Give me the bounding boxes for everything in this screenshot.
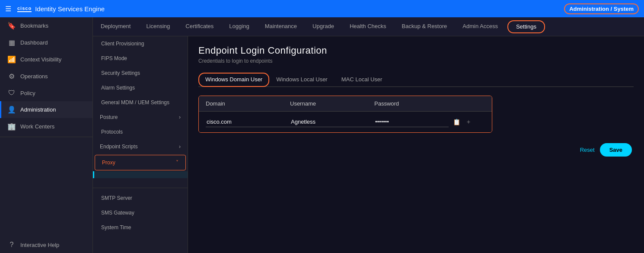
- sidebar-label-context-visibility: Context Visibility: [20, 56, 61, 63]
- center-nav-security-settings[interactable]: Security Settings: [93, 66, 188, 80]
- tab-windows-local-user[interactable]: Windows Local User: [269, 73, 335, 87]
- hamburger-icon[interactable]: ☰: [5, 5, 11, 13]
- center-nav-profiling[interactable]: Protocols: [93, 125, 188, 139]
- center-nav-fips-mode[interactable]: FIPS Mode: [93, 51, 188, 66]
- header-domain: Domain: [206, 100, 290, 107]
- tab-certificates[interactable]: Certificates: [178, 17, 221, 36]
- page-subtitle: Credentials to login to endpoints: [198, 58, 634, 64]
- user-type-tabs: Windows Domain User Windows Local User M…: [198, 73, 634, 87]
- protocols-chevron-icon: ›: [179, 144, 181, 150]
- credentials-table: Domain Username Password: [198, 96, 492, 133]
- sidebar-item-administration[interactable]: 👤 Administration: [0, 101, 92, 118]
- center-nav-posture[interactable]: Posture ›: [93, 110, 188, 125]
- center-nav-scripts-settings[interactable]: [93, 178, 188, 185]
- protocols-label: Endpoint Scripts: [100, 144, 137, 150]
- endpoint-scripts-label: Proxy: [102, 160, 115, 166]
- help-icon: ?: [7, 241, 16, 249]
- sidebar-item-dashboard[interactable]: ▦ Dashboard: [0, 34, 92, 51]
- main-content: Deployment Licensing Certificates Loggin…: [93, 17, 644, 253]
- header-username: Username: [290, 100, 374, 107]
- domain-cell: [206, 117, 290, 127]
- domain-input[interactable]: [206, 117, 290, 127]
- posture-chevron-icon: ›: [179, 114, 181, 120]
- endpoint-scripts-chevron-icon: ˅: [176, 160, 179, 166]
- tab-windows-domain-user[interactable]: Windows Domain User: [198, 73, 269, 87]
- reset-button[interactable]: Reset: [580, 147, 595, 153]
- posture-label: Posture: [100, 114, 118, 120]
- center-nav-system-time[interactable]: [93, 235, 188, 243]
- admin-section-label: Administration / System: [564, 3, 639, 14]
- tab-deployment[interactable]: Deployment: [93, 17, 138, 36]
- center-nav-general-mdm[interactable]: General MDM / UEM Settings: [93, 95, 188, 110]
- sidebar-label-dashboard: Dashboard: [20, 39, 48, 46]
- center-nav-login-configuration[interactable]: [93, 171, 188, 178]
- sidebar-label-bookmarks: Bookmarks: [20, 22, 48, 29]
- tab-logging[interactable]: Logging: [221, 17, 257, 36]
- sidebar-label-work-centers: Work Centers: [20, 123, 54, 130]
- center-nav-protocols[interactable]: Endpoint Scripts ›: [93, 139, 188, 154]
- add-row-icon[interactable]: ＋: [465, 117, 472, 127]
- password-input[interactable]: [374, 117, 449, 127]
- tab-upgrade[interactable]: Upgrade: [305, 17, 342, 36]
- password-row: 📋 ＋: [374, 117, 472, 127]
- tab-mac-local-user[interactable]: MAC Local User: [335, 73, 389, 87]
- password-copy-icon[interactable]: 📋: [452, 118, 461, 126]
- table-row: 📋 ＋: [199, 112, 492, 132]
- top-bar-left: ☰ cisco Identity Services Engine: [5, 5, 105, 13]
- center-nav-proxy[interactable]: SMTP Server: [93, 191, 188, 205]
- endpoint-scripts-submenu: [93, 171, 188, 185]
- context-visibility-icon: 📶: [7, 55, 16, 64]
- username-input[interactable]: [290, 117, 374, 127]
- cred-table-header: Domain Username Password: [199, 96, 492, 112]
- sidebar-item-bookmarks[interactable]: 🔖 Bookmarks: [0, 17, 92, 34]
- sidebar: 🔖 Bookmarks ▦ Dashboard 📶 Context Visibi…: [0, 17, 93, 253]
- sidebar-label-interactive-help: Interactive Help: [20, 242, 59, 248]
- center-nav-endpoint-scripts[interactable]: Proxy ˅: [95, 155, 186, 170]
- tab-bar: Deployment Licensing Certificates Loggin…: [93, 17, 644, 36]
- cisco-logo: cisco: [17, 6, 32, 12]
- center-divider: [93, 188, 188, 188]
- content-area: Endpoint Login Configuration Credentials…: [188, 36, 644, 253]
- sidebar-item-context-visibility[interactable]: 📶 Context Visibility: [0, 51, 92, 68]
- work-centers-icon: 🏢: [7, 122, 16, 131]
- tab-licensing[interactable]: Licensing: [138, 17, 178, 36]
- tab-health-checks[interactable]: Health Checks: [342, 17, 394, 36]
- app-title: Identity Services Engine: [35, 5, 105, 13]
- policy-icon: 🛡: [7, 89, 16, 97]
- tab-backup-restore[interactable]: Backup & Restore: [394, 17, 455, 36]
- sidebar-label-policy: Policy: [20, 90, 35, 96]
- header-password: Password: [374, 100, 485, 107]
- tab-settings[interactable]: Settings: [507, 20, 545, 33]
- center-nav-panel: Client Provisioning FIPS Mode Security S…: [93, 36, 188, 253]
- bookmarks-icon: 🔖: [7, 22, 16, 30]
- center-nav-client-provisioning[interactable]: Client Provisioning: [93, 36, 188, 51]
- center-nav-smtp-server[interactable]: SMS Gateway: [93, 205, 188, 220]
- center-nav-sms-gateway[interactable]: System Time: [93, 220, 188, 235]
- main-layout: 🔖 Bookmarks ▦ Dashboard 📶 Context Visibi…: [0, 17, 644, 253]
- sidebar-divider: [0, 137, 92, 137]
- password-cell: 📋 ＋: [374, 117, 485, 127]
- sidebar-item-policy[interactable]: 🛡 Policy: [0, 85, 92, 101]
- username-cell: [290, 117, 374, 127]
- operations-icon: ⚙: [7, 72, 16, 80]
- top-bar: ☰ cisco Identity Services Engine Adminis…: [0, 0, 644, 17]
- action-bar: Reset Save: [198, 143, 634, 157]
- center-nav-alarm-settings[interactable]: Alarm Settings: [93, 80, 188, 95]
- sidebar-item-work-centers[interactable]: 🏢 Work Centers: [0, 118, 92, 135]
- administration-icon: 👤: [7, 106, 16, 114]
- tab-admin-access[interactable]: Admin Access: [455, 17, 506, 36]
- dashboard-icon: ▦: [7, 38, 16, 47]
- page-title: Endpoint Login Configuration: [198, 45, 634, 56]
- sidebar-item-interactive-help[interactable]: ? Interactive Help: [0, 237, 92, 253]
- sidebar-label-operations: Operations: [20, 73, 48, 80]
- tab-maintenance[interactable]: Maintenance: [257, 17, 305, 36]
- save-button[interactable]: Save: [600, 143, 632, 157]
- sidebar-item-operations[interactable]: ⚙ Operations: [0, 68, 92, 85]
- sidebar-label-administration: Administration: [20, 106, 56, 113]
